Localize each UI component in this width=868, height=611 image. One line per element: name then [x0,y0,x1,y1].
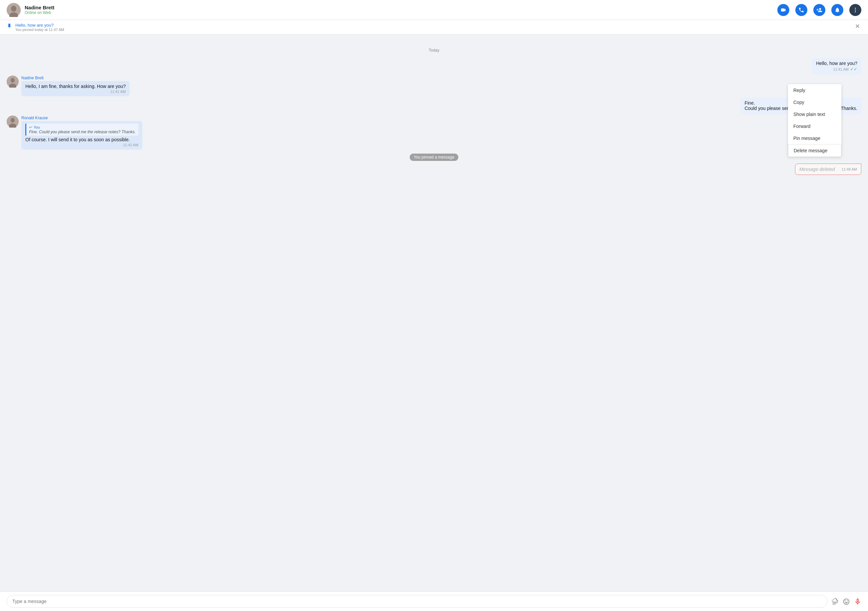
close-pinned-button[interactable]: ✕ [854,23,861,30]
attachment-icon[interactable] [831,597,839,605]
deleted-bubble: Message deleted 11:48 AM [795,164,861,175]
received-bubble: Hello, I am fine, thanks for asking. How… [21,81,130,96]
svg-point-10 [11,118,15,122]
svg-point-7 [11,78,15,83]
deleted-time: 11:48 AM [842,167,857,171]
emoji-icon[interactable] [843,597,850,605]
copy-menu-item[interactable]: Copy [788,96,841,108]
message-text: Of course. I will send it to you as soon… [25,137,138,142]
message-time: 11:41 AM ✓✓ [816,67,857,72]
pinned-message-text[interactable]: Hello, how are you? [16,23,854,28]
system-message-row: You pinned a message [7,153,861,161]
reply-quote: ↩You Fine. Could you please send me the … [25,124,138,136]
message-input-area [0,591,868,611]
pinned-content: Hello, how are you? You pinned today at … [16,23,854,32]
message-time: 11:42 AM [25,143,138,147]
add-contact-button[interactable] [813,4,825,16]
sender-avatar [7,76,19,88]
message-text: Hello, how are you? [816,60,857,66]
date-divider: Today [7,48,861,53]
header-actions [777,4,861,16]
message-text: Hello, I am fine, thanks for asking. How… [25,84,126,89]
pin-icon [7,23,12,29]
message-time: 11:41 AM [25,90,126,94]
reply-text: Fine. Could you please send me the relea… [29,130,136,134]
message-row: Fine.Could you please send me the releas… [7,97,861,114]
sender-name: Ronald Krause [21,116,142,120]
message-input[interactable] [7,595,827,608]
sender-avatar [7,116,19,128]
contact-info: Nadine Brett Online on Web [25,5,777,15]
message-row: Message deleted 11:48 AM [7,164,861,175]
contact-name: Nadine Brett [25,5,777,10]
pinned-timestamp: You pinned today at 11:47 AM [16,28,854,32]
reply-sender: ↩You [29,125,136,130]
delete-message-menu-item[interactable]: Delete message [788,144,841,157]
phone-call-button[interactable] [795,4,808,16]
pin-message-menu-item[interactable]: Pin message [788,132,841,144]
more-options-button[interactable] [849,4,861,16]
deleted-text: Message deleted [799,167,835,172]
avatar [7,3,21,17]
reply-menu-item[interactable]: Reply [788,84,841,96]
received-wrapper: Ronald Krause ↩You Fine. Could you pleas… [21,116,142,150]
received-bubble: ↩You Fine. Could you please send me the … [21,121,142,150]
voice-message-icon[interactable] [854,597,861,605]
message-row: Nadine Brett Hello, I am fine, thanks fo… [7,76,861,96]
chat-area: Today Hello, how are you? 11:41 AM ✓✓ Na… [0,35,868,591]
message-row: Hello, how are you? 11:41 AM ✓✓ [7,58,861,74]
chat-header: Nadine Brett Online on Web [0,0,868,20]
message-row: Ronald Krause ↩You Fine. Could you pleas… [7,116,861,150]
sender-name: Nadine Brett [21,76,130,80]
read-receipt: ✓✓ [850,67,857,72]
notification-button[interactable] [831,4,843,16]
contact-status: Online on Web [25,10,777,15]
system-bubble: You pinned a message [410,153,458,161]
show-plain-text-menu-item[interactable]: Show plain text [788,108,841,120]
svg-point-3 [855,8,856,9]
pinned-banner: Hello, how are you? You pinned today at … [0,20,868,35]
context-menu: Reply Copy Show plain text Forward Pin m… [788,84,841,157]
video-call-button[interactable] [777,4,789,16]
forward-menu-item[interactable]: Forward [788,120,841,132]
sent-bubble: Hello, how are you? 11:41 AM ✓✓ [812,58,861,74]
svg-point-5 [855,11,856,12]
svg-point-1 [11,6,16,12]
received-wrapper: Nadine Brett Hello, I am fine, thanks fo… [21,76,130,96]
svg-point-4 [855,9,856,10]
